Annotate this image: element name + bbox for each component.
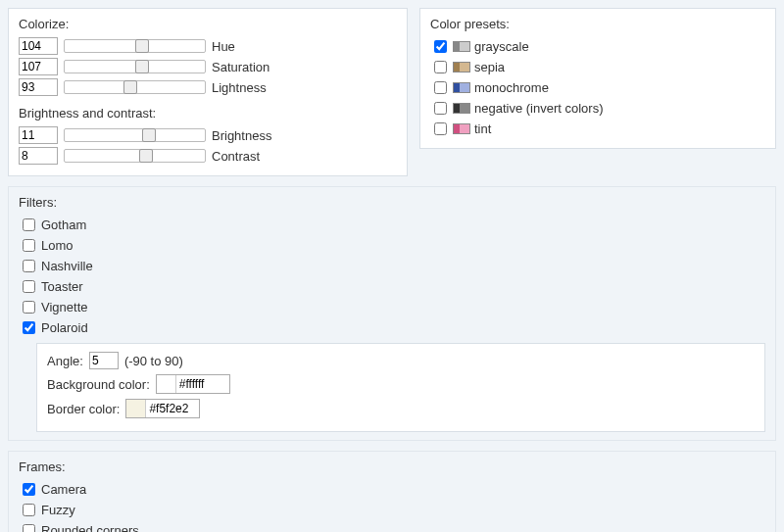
contrast-input[interactable] (19, 147, 58, 165)
frame-rounded-row: Rounded corners (19, 521, 765, 532)
tint-checkbox[interactable] (434, 122, 447, 135)
hue-slider[interactable] (64, 39, 206, 53)
filter-toaster-row: Toaster (19, 277, 765, 296)
bordercolor-swatch[interactable] (126, 400, 146, 417)
presets-title: Color presets: (430, 17, 765, 31)
bordercolor-picker[interactable] (125, 399, 200, 418)
preset-monochrome-row: monochrome (430, 78, 765, 97)
brightness-row: Brightness (19, 126, 397, 144)
nashville-label: Nashville (41, 259, 93, 273)
filter-polaroid-row: Polaroid (19, 318, 765, 337)
lightness-thumb[interactable] (123, 80, 137, 94)
saturation-thumb[interactable] (135, 60, 149, 73)
filter-vignette-row: Vignette (19, 298, 765, 316)
hue-thumb[interactable] (135, 39, 149, 53)
lomo-label: Lomo (41, 238, 74, 253)
brightness-input[interactable] (19, 126, 58, 144)
hue-input[interactable] (19, 37, 58, 55)
gotham-label: Gotham (41, 218, 86, 232)
negative-icon (453, 103, 470, 114)
contrast-label: Contrast (212, 149, 260, 164)
fuzzy-checkbox[interactable] (23, 504, 35, 516)
colorize-panel: Colorize: Hue Saturation Lightness Brigh… (8, 8, 408, 176)
sepia-icon (453, 62, 470, 73)
bc-title: Brightness and contrast: (19, 106, 397, 121)
monochrome-icon (453, 82, 470, 93)
hue-row: Hue (19, 37, 397, 55)
rounded-checkbox[interactable] (23, 524, 35, 532)
bgcolor-swatch[interactable] (157, 375, 176, 393)
contrast-row: Contrast (19, 147, 397, 165)
filter-gotham-row: Gotham (19, 216, 765, 234)
lightness-input[interactable] (19, 78, 58, 96)
filters-panel: Filters: Gotham Lomo Nashville Toaster V… (8, 186, 776, 441)
fuzzy-label: Fuzzy (41, 503, 75, 517)
rounded-label: Rounded corners (41, 523, 139, 532)
negative-checkbox[interactable] (434, 102, 447, 115)
frames-panel: Frames: Camera Fuzzy Rounded corners Sol… (8, 451, 776, 532)
polaroid-settings: Angle: (-90 to 90) Background color: Bor… (36, 343, 765, 432)
lomo-checkbox[interactable] (23, 239, 35, 252)
grayscale-checkbox[interactable] (434, 40, 447, 53)
saturation-row: Saturation (19, 58, 397, 75)
preset-tint-row: tint (430, 120, 765, 138)
preset-grayscale-row: grayscale (430, 37, 765, 56)
vignette-label: Vignette (41, 300, 87, 314)
bgcolor-picker[interactable] (156, 374, 230, 394)
polaroid-label: Polaroid (41, 320, 88, 335)
toaster-checkbox[interactable] (23, 280, 35, 293)
color-presets-panel: Color presets: grayscale sepia monochrom… (419, 8, 776, 149)
sepia-label: sepia (474, 60, 505, 74)
saturation-slider[interactable] (64, 60, 206, 73)
bordercolor-input[interactable] (146, 400, 199, 417)
saturation-input[interactable] (19, 58, 58, 75)
monochrome-label: monochrome (474, 80, 549, 95)
frame-fuzzy-row: Fuzzy (19, 501, 765, 519)
angle-label: Angle: (47, 354, 83, 368)
angle-input[interactable] (89, 352, 119, 369)
nashville-checkbox[interactable] (23, 260, 35, 272)
bordercolor-row: Border color: (47, 399, 755, 418)
camera-checkbox[interactable] (23, 483, 35, 496)
grayscale-icon (453, 41, 470, 52)
colorize-title: Colorize: (19, 17, 397, 31)
bordercolor-label: Border color: (47, 402, 120, 416)
hue-label: Hue (212, 39, 235, 54)
filters-title: Filters: (19, 195, 765, 210)
toaster-label: Toaster (41, 279, 83, 294)
brightness-slider[interactable] (64, 128, 206, 142)
sepia-checkbox[interactable] (434, 61, 447, 73)
filter-nashville-row: Nashville (19, 257, 765, 275)
tint-icon (453, 123, 470, 134)
brightness-label: Brightness (212, 128, 271, 143)
monochrome-checkbox[interactable] (434, 81, 447, 94)
preset-negative-row: negative (invert colors) (430, 99, 765, 118)
frame-camera-row: Camera (19, 480, 765, 499)
lightness-slider[interactable] (64, 80, 206, 94)
preset-sepia-row: sepia (430, 58, 765, 76)
brightness-thumb[interactable] (142, 128, 156, 142)
gotham-checkbox[interactable] (23, 218, 35, 231)
angle-row: Angle: (-90 to 90) (47, 352, 755, 369)
contrast-thumb[interactable] (139, 149, 153, 163)
contrast-slider[interactable] (64, 149, 206, 163)
tint-label: tint (474, 121, 491, 136)
saturation-label: Saturation (212, 60, 270, 74)
polaroid-checkbox[interactable] (23, 321, 35, 334)
angle-hint: (-90 to 90) (124, 354, 183, 368)
negative-label: negative (invert colors) (474, 101, 604, 116)
camera-label: Camera (41, 482, 86, 497)
lightness-label: Lightness (212, 80, 267, 95)
grayscale-label: grayscale (474, 39, 529, 54)
frames-title: Frames: (19, 459, 765, 474)
bgcolor-row: Background color: (47, 374, 755, 394)
vignette-checkbox[interactable] (23, 301, 35, 314)
bgcolor-input[interactable] (176, 375, 229, 393)
bgcolor-label: Background color: (47, 377, 150, 392)
lightness-row: Lightness (19, 78, 397, 96)
filter-lomo-row: Lomo (19, 236, 765, 255)
